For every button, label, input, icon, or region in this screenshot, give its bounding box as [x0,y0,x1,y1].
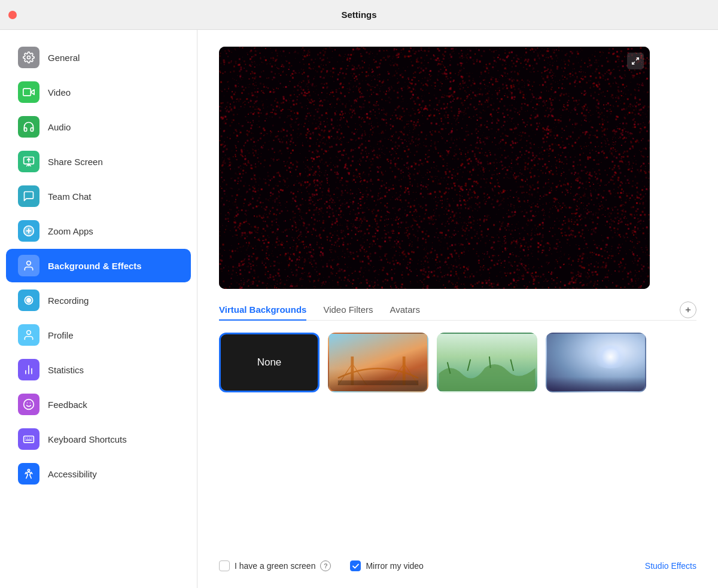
green-screen-row: I have a green screen ? [219,560,331,571]
background-effects-icon [18,255,39,276]
background-none[interactable]: None [219,333,320,392]
svg-marker-1 [31,90,34,95]
tab-virtual-backgrounds[interactable]: Virtual Backgrounds [219,300,306,321]
expand-button[interactable] [627,53,644,69]
sidebar-label-keyboard-shortcuts: Keyboard Shortcuts [48,434,127,444]
tabs-row: Virtual Backgrounds Video Filters Avatar… [219,300,696,321]
bottom-options: I have a green screen ? Mirror my video … [219,560,696,571]
sidebar-label-video: Video [48,87,71,98]
video-canvas [219,47,650,289]
window-title: Settings [341,10,376,20]
studio-effects-link[interactable]: Studio Effects [645,561,696,571]
sidebar-item-profile[interactable]: Profile [6,318,191,352]
svg-point-0 [28,56,31,59]
background-bridge[interactable] [328,333,428,392]
profile-icon [18,324,39,346]
svg-point-8 [27,298,31,303]
sidebar-item-video[interactable]: Video [6,75,191,109]
green-screen-help[interactable]: ? [320,560,331,571]
sidebar-label-accessibility: Accessibility [48,469,97,479]
recording-icon [18,290,39,311]
video-preview [219,47,650,289]
share-screen-icon [18,151,39,172]
background-grass[interactable] [437,333,537,392]
sidebar-item-feedback[interactable]: Feedback [6,388,191,421]
svg-rect-16 [24,436,34,443]
sidebar-label-team-chat: Team Chat [48,191,92,202]
sidebar-label-zoom-apps: Zoom Apps [48,226,93,236]
background-space[interactable] [546,333,646,392]
sidebar-item-statistics[interactable]: Statistics [6,353,191,386]
audio-icon [18,116,39,138]
none-label: None [257,357,282,368]
help-icon: ? [324,562,328,569]
backgrounds-grid: None [219,333,696,392]
svg-point-24 [28,470,29,471]
mirror-label: Mirror my video [366,561,423,571]
tab-avatars[interactable]: Avatars [390,300,421,321]
general-icon [18,47,39,68]
svg-point-6 [27,261,31,266]
sidebar-item-audio[interactable]: Audio [6,110,191,144]
green-screen-checkbox[interactable] [219,560,230,571]
keyboard-shortcuts-icon [18,428,39,450]
sidebar: General Video Audio [0,30,197,588]
title-bar: Settings [0,0,718,30]
accessibility-icon [18,463,39,485]
sidebar-label-recording: Recording [48,295,89,306]
svg-point-9 [27,331,31,335]
sidebar-item-zoom-apps[interactable]: Zoom Apps [6,214,191,248]
mirror-row: Mirror my video [350,560,423,571]
sidebar-item-keyboard-shortcuts[interactable]: Keyboard Shortcuts [6,422,191,456]
content-area: Virtual Backgrounds Video Filters Avatar… [197,30,718,588]
sidebar-label-statistics: Statistics [48,365,84,375]
sidebar-label-feedback: Feedback [48,400,87,410]
svg-line-39 [510,359,513,371]
sidebar-item-accessibility[interactable]: Accessibility [6,457,191,490]
sidebar-item-general[interactable]: General [6,41,191,74]
tab-video-filters[interactable]: Video Filters [323,300,373,321]
svg-point-13 [24,400,34,410]
sidebar-item-background-effects[interactable]: Background & Effects [6,249,191,282]
svg-rect-2 [23,89,31,96]
sidebar-label-background-effects: Background & Effects [48,261,142,271]
svg-line-37 [467,359,470,371]
sidebar-item-team-chat[interactable]: Team Chat [6,179,191,213]
add-background-button[interactable] [680,301,696,318]
green-screen-label: I have a green screen [235,561,315,571]
traffic-light-close[interactable] [8,11,17,19]
sidebar-label-share-screen: Share Screen [48,157,103,167]
sidebar-label-general: General [48,53,80,63]
svg-line-32 [352,364,367,385]
video-icon [18,81,39,103]
sidebar-item-recording[interactable]: Recording [6,284,191,317]
sidebar-item-share-screen[interactable]: Share Screen [6,145,191,178]
svg-line-31 [338,364,352,385]
mirror-checkbox[interactable] [350,560,361,571]
zoom-apps-icon [18,220,39,242]
sidebar-label-audio: Audio [48,122,71,132]
svg-rect-35 [338,380,418,385]
team-chat-icon [18,185,39,207]
feedback-icon [18,394,39,415]
statistics-icon [18,359,39,380]
sidebar-label-profile: Profile [48,330,74,340]
main-content: General Video Audio [0,30,718,588]
svg-line-33 [390,364,404,385]
svg-line-34 [404,364,418,385]
